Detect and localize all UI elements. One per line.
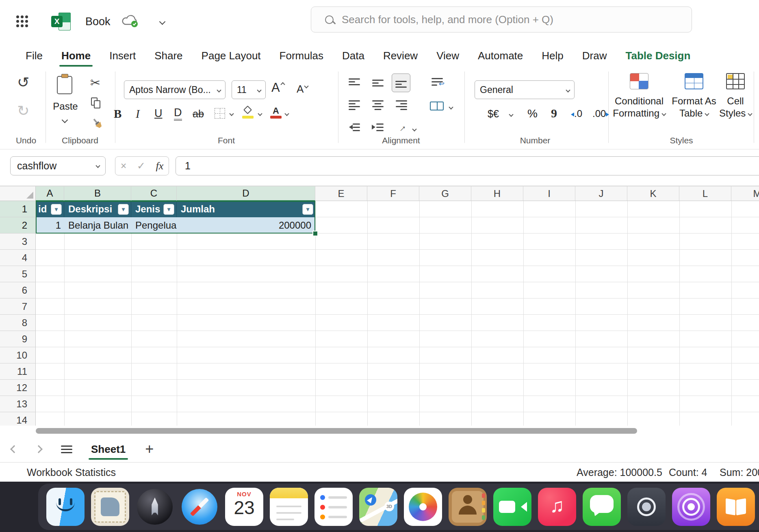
align-top-button[interactable] bbox=[349, 78, 360, 88]
row-header-7[interactable]: 7 bbox=[0, 298, 36, 315]
currency-button[interactable]: $€ bbox=[488, 108, 499, 120]
title-chevron-icon[interactable] bbox=[159, 18, 165, 25]
filter-button-deskripsi[interactable]: ▾ bbox=[118, 204, 129, 215]
orientation-button[interactable]: → bbox=[397, 122, 406, 133]
column-header-J[interactable]: J bbox=[575, 186, 627, 201]
name-box[interactable]: cashflow bbox=[10, 156, 106, 175]
tab-formulas[interactable]: Formulas bbox=[270, 43, 333, 68]
tab-file[interactable]: File bbox=[16, 43, 52, 68]
cell-A2[interactable]: 1 bbox=[36, 217, 64, 234]
column-header-G[interactable]: G bbox=[419, 186, 471, 201]
column-header-L[interactable]: L bbox=[679, 186, 731, 201]
dock-finder-icon[interactable] bbox=[46, 488, 85, 526]
column-header-H[interactable]: H bbox=[471, 186, 523, 201]
select-all-corner[interactable] bbox=[0, 186, 36, 201]
tab-table-design[interactable]: Table Design bbox=[616, 43, 700, 68]
cell-styles-button[interactable]: CellStyles bbox=[718, 73, 752, 119]
dock-calendar-icon[interactable]: NOV 23 bbox=[225, 488, 263, 526]
sheet-list-icon[interactable] bbox=[61, 443, 72, 455]
fill-color-button[interactable] bbox=[242, 106, 254, 119]
row-header-5[interactable]: 5 bbox=[0, 266, 36, 282]
column-header-M[interactable]: M bbox=[731, 186, 759, 201]
dock-music-icon[interactable]: ♫ bbox=[538, 488, 576, 526]
bold-button[interactable]: B bbox=[114, 107, 121, 121]
filter-button-jumlah[interactable]: ▾ bbox=[302, 204, 313, 215]
add-sheet-button[interactable]: + bbox=[145, 441, 154, 458]
column-header-B[interactable]: B bbox=[64, 186, 131, 201]
paste-button[interactable] bbox=[57, 75, 73, 94]
sheet-tab-sheet1[interactable]: Sheet1 bbox=[89, 436, 128, 462]
cell-C2[interactable]: Pengelua bbox=[131, 217, 177, 234]
tab-insert[interactable]: Insert bbox=[100, 43, 145, 68]
insert-function-icon[interactable]: fx bbox=[156, 160, 163, 172]
merge-chevron-icon[interactable] bbox=[449, 105, 453, 109]
next-sheet-icon[interactable] bbox=[35, 445, 43, 453]
cut-button[interactable]: ✂ bbox=[90, 76, 100, 90]
tab-page-layout[interactable]: Page Layout bbox=[192, 43, 270, 68]
enter-icon[interactable]: ✓ bbox=[137, 160, 145, 172]
cell-D2[interactable]: 200000 bbox=[177, 217, 315, 234]
copy-button[interactable] bbox=[91, 97, 102, 109]
cell-A1[interactable]: id ▾ bbox=[36, 201, 64, 217]
align-right-button[interactable] bbox=[396, 100, 407, 110]
tab-view[interactable]: View bbox=[427, 43, 468, 68]
row-header-13[interactable]: 13 bbox=[0, 396, 36, 412]
tab-automate[interactable]: Automate bbox=[468, 43, 532, 68]
decrease-indent-button[interactable] bbox=[349, 123, 360, 132]
row-header-8[interactable]: 8 bbox=[0, 315, 36, 331]
borders-chevron-icon[interactable] bbox=[229, 111, 234, 116]
search-bar[interactable] bbox=[311, 6, 692, 32]
decrease-decimal-button[interactable]: .00 bbox=[592, 108, 611, 119]
formula-input[interactable]: 1 bbox=[176, 156, 759, 175]
format-as-table-button[interactable]: Format AsTable bbox=[670, 73, 718, 119]
column-header-I[interactable]: I bbox=[523, 186, 575, 201]
align-left-button[interactable] bbox=[349, 100, 360, 110]
cell-B1[interactable]: Deskripsi ▾ bbox=[64, 201, 131, 217]
paste-chevron-icon[interactable] bbox=[62, 117, 68, 123]
cell-B2[interactable]: Belanja Bulan bbox=[64, 217, 131, 234]
name-box-chevron-icon[interactable] bbox=[95, 163, 100, 168]
row-header-1[interactable]: 1 bbox=[0, 201, 36, 217]
column-header-A[interactable]: A bbox=[36, 186, 64, 201]
italic-button[interactable]: I bbox=[136, 107, 140, 121]
dock-maps-icon[interactable]: 3D bbox=[359, 488, 397, 526]
grow-font-button[interactable]: A bbox=[271, 80, 283, 95]
fill-color-chevron-icon[interactable] bbox=[258, 111, 262, 116]
align-bottom-button-selected[interactable] bbox=[392, 74, 410, 92]
tab-draw[interactable]: Draw bbox=[573, 43, 616, 68]
row-header-12[interactable]: 12 bbox=[0, 380, 36, 396]
tab-data[interactable]: Data bbox=[333, 43, 374, 68]
conditional-formatting-button[interactable]: ConditionalFormatting bbox=[612, 73, 666, 119]
shrink-font-button[interactable]: A bbox=[297, 83, 307, 95]
dock-launchpad-icon[interactable] bbox=[136, 488, 174, 526]
font-color-chevron-icon[interactable] bbox=[284, 111, 289, 116]
workbook-statistics[interactable]: Workbook Statistics bbox=[27, 467, 116, 478]
row-header-11[interactable]: 11 bbox=[0, 363, 36, 380]
dock-contacts-icon[interactable] bbox=[449, 488, 487, 526]
tab-help[interactable]: Help bbox=[532, 43, 573, 68]
redo-button[interactable]: ↻ bbox=[17, 102, 29, 119]
cancel-icon[interactable]: × bbox=[121, 160, 127, 172]
row-header-4[interactable]: 4 bbox=[0, 250, 36, 266]
horizontal-scrollbar-thumb[interactable] bbox=[36, 428, 637, 434]
search-input[interactable] bbox=[342, 13, 667, 26]
row-header-6[interactable]: 6 bbox=[0, 282, 36, 298]
column-header-E[interactable]: E bbox=[315, 186, 367, 201]
apps-grid-icon[interactable] bbox=[15, 15, 29, 28]
row-header-14[interactable]: 14 bbox=[0, 412, 36, 426]
row-header-10[interactable]: 10 bbox=[0, 347, 36, 363]
row-header-2[interactable]: 2 bbox=[0, 217, 36, 234]
font-name-combo[interactable]: Aptos Narrow (Bo... bbox=[124, 80, 226, 99]
number-format-combo[interactable]: General bbox=[475, 80, 575, 99]
column-header-F[interactable]: F bbox=[367, 186, 419, 201]
merge-center-button[interactable] bbox=[430, 102, 444, 110]
underline-button[interactable]: U bbox=[154, 107, 163, 120]
dock-mail-icon[interactable] bbox=[91, 488, 129, 526]
orientation-chevron-icon[interactable] bbox=[412, 127, 416, 131]
align-center-button[interactable] bbox=[372, 100, 384, 110]
font-size-combo[interactable]: 11 bbox=[232, 80, 266, 99]
percent-style-button[interactable]: % bbox=[527, 107, 538, 120]
column-header-K[interactable]: K bbox=[627, 186, 679, 201]
increase-decimal-button[interactable]: .0 bbox=[569, 108, 582, 119]
wrap-text-button[interactable]: ↩ bbox=[432, 77, 443, 87]
